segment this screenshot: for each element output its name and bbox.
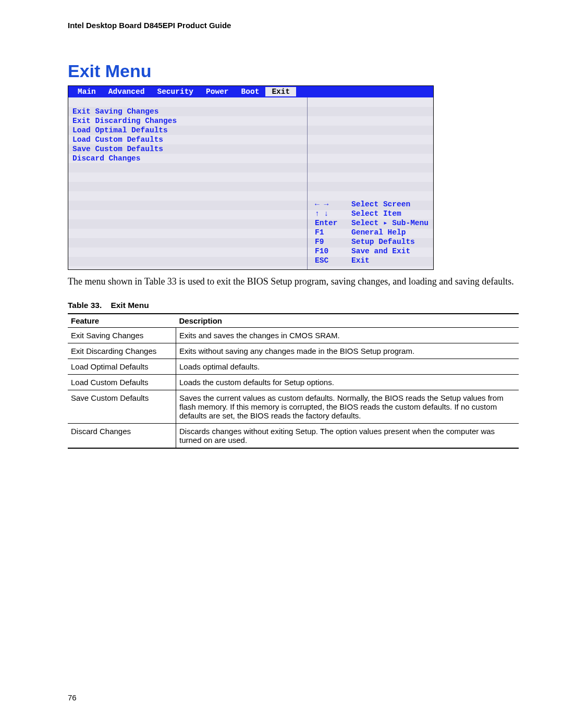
body-paragraph: The menu shown in Table 33 is used to ex… [68,275,519,288]
table-row: Load Optimal Defaults Loads optimal defa… [68,359,519,375]
table-caption: Table 33. Exit Menu [68,301,519,310]
table-row: Exit Discarding Changes Exits without sa… [68,343,519,359]
cell-feature: Exit Discarding Changes [68,343,176,359]
col-header-feature: Feature [68,314,176,328]
cell-description: Loads the custom defaults for Setup opti… [176,375,519,390]
bios-tab-power: Power [200,87,235,96]
help-key: ↑ ↓ [315,209,351,218]
help-label: Setup Defaults [351,237,415,246]
help-label: Select ▸ Sub-Menu [351,218,429,228]
bios-menu-list: Exit Saving Changes Exit Discarding Chan… [68,97,307,269]
cell-description: Discards changes without exiting Setup. … [176,424,519,449]
cell-feature: Load Optimal Defaults [68,359,176,375]
col-header-description: Description [176,314,519,328]
table-row: Discard Changes Discards changes without… [68,424,519,449]
bios-menu-item: Load Optimal Defaults [72,126,303,135]
cell-feature: Discard Changes [68,424,176,449]
table-row: Exit Saving Changes Exits and saves the … [68,328,519,343]
bios-menu-item: Exit Discarding Changes [72,116,303,126]
bios-menu-item: Save Custom Defaults [72,144,303,154]
bios-tab-security: Security [151,87,200,96]
table-row: Load Custom Defaults Loads the custom de… [68,375,519,390]
help-label: Exit [351,256,370,265]
doc-header: Intel Desktop Board D845EPI Product Guid… [68,21,519,30]
cell-feature: Load Custom Defaults [68,375,176,390]
help-key: F1 [315,228,351,237]
help-key: F9 [315,237,351,246]
help-label: Select Item [351,209,401,218]
cell-feature: Save Custom Defaults [68,390,176,424]
bios-menu-item: Discard Changes [72,154,303,163]
bios-screenshot: Main Advanced Security Power Boot Exit E… [68,85,434,270]
help-label: Save and Exit [351,246,410,256]
section-title: Exit Menu [68,61,519,81]
exit-menu-table: Feature Description Exit Saving Changes … [68,313,519,449]
cell-description: Exits without saving any changes made in… [176,343,519,359]
help-key: ← → [315,200,351,209]
help-key: Enter [315,218,351,228]
cell-description: Exits and saves the changes in CMOS SRAM… [176,328,519,343]
cell-description: Loads optimal defaults. [176,359,519,375]
bios-tab-boot: Boot [235,87,266,96]
cell-feature: Exit Saving Changes [68,328,176,343]
bios-menu-item: Load Custom Defaults [72,135,303,144]
bios-tab-main: Main [71,87,102,96]
help-label: General Help [351,228,406,237]
table-row: Save Custom Defaults Saves the current v… [68,390,519,424]
help-label: Select Screen [351,200,410,209]
bios-tab-exit: Exit [265,87,296,96]
bios-tab-advanced: Advanced [102,87,151,96]
help-key: F10 [315,246,351,256]
help-key: ESC [315,256,351,265]
bios-help-panel: ← →Select Screen ↑ ↓Select Item EnterSel… [307,97,433,269]
bios-menu-item: Exit Saving Changes [72,107,303,116]
cell-description: Saves the current values as custom defau… [176,390,519,424]
bios-tab-bar: Main Advanced Security Power Boot Exit [68,86,433,97]
